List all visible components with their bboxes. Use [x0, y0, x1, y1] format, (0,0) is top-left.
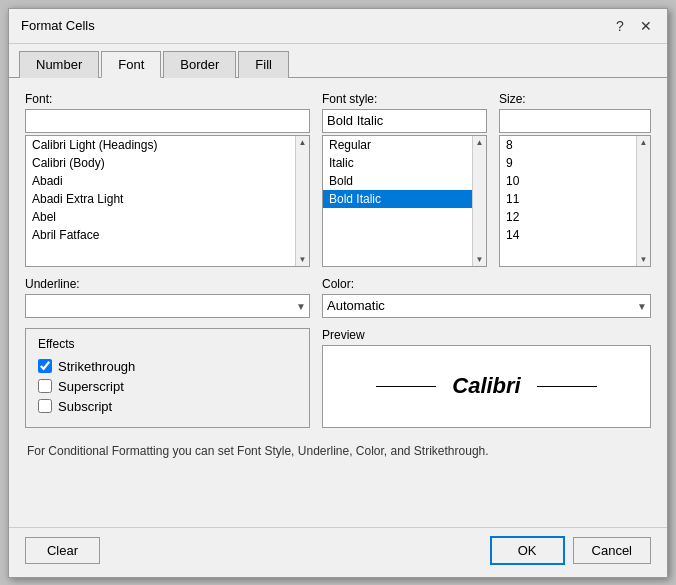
strikethrough-row: Strikethrough — [38, 359, 297, 374]
preview-label: Preview — [322, 328, 651, 342]
format-cells-dialog: Format Cells ? ✕ Number Font Border Fill… — [8, 8, 668, 578]
style-list-scrollbar[interactable]: ▲ ▼ — [472, 136, 486, 266]
footer-right: OK Cancel — [490, 536, 651, 565]
title-icons: ? ✕ — [611, 17, 655, 35]
tab-border[interactable]: Border — [163, 51, 236, 78]
size-label: Size: — [499, 92, 651, 106]
font-list-scrollbar[interactable]: ▲ ▼ — [295, 136, 309, 266]
preview-line-left — [376, 386, 436, 387]
subscript-row: Subscript — [38, 399, 297, 414]
font-list-container: Calibri Light (Headings) Calibri (Body) … — [25, 135, 310, 267]
list-item-selected[interactable]: Bold Italic — [323, 190, 472, 208]
cancel-button[interactable]: Cancel — [573, 537, 651, 564]
help-button[interactable]: ? — [611, 17, 629, 35]
strikethrough-label: Strikethrough — [58, 359, 135, 374]
preview-line-right — [537, 386, 597, 387]
font-label: Font: — [25, 92, 310, 106]
underline-select[interactable]: Single Double — [25, 294, 310, 318]
mid-row: Underline: Single Double ▼ Color: Automa… — [25, 277, 651, 318]
underline-label: Underline: — [25, 277, 310, 291]
scroll-down-icon[interactable]: ▼ — [299, 255, 307, 264]
strikethrough-checkbox[interactable] — [38, 359, 52, 373]
scroll-up-icon[interactable]: ▲ — [640, 138, 648, 147]
list-item[interactable]: 12 — [500, 208, 636, 226]
dialog-title: Format Cells — [21, 18, 95, 33]
tab-fill[interactable]: Fill — [238, 51, 289, 78]
effects-preview-row: Effects Strikethrough Superscript Subscr… — [25, 328, 651, 428]
list-item[interactable]: 8 — [500, 136, 636, 154]
list-item[interactable]: Abadi — [26, 172, 295, 190]
subscript-checkbox[interactable] — [38, 399, 52, 413]
dialog-footer: Clear OK Cancel — [9, 527, 667, 577]
list-item[interactable]: 10 — [500, 172, 636, 190]
font-list: Calibri Light (Headings) Calibri (Body) … — [26, 136, 295, 266]
info-text: For Conditional Formatting you can set F… — [25, 442, 651, 460]
preview-box: Calibri — [322, 345, 651, 428]
size-list-container: 8 9 10 11 12 14 ▲ ▼ — [499, 135, 651, 267]
list-item[interactable]: Bold — [323, 172, 472, 190]
preview-content: Calibri — [323, 373, 650, 399]
preview-container: Preview Calibri — [322, 328, 651, 428]
list-item[interactable]: Abril Fatface — [26, 226, 295, 244]
size-list-scrollbar[interactable]: ▲ ▼ — [636, 136, 650, 266]
tab-number[interactable]: Number — [19, 51, 99, 78]
list-item[interactable]: Abadi Extra Light — [26, 190, 295, 208]
color-select-wrapper: Automatic Black Red ▼ — [322, 294, 651, 318]
list-item[interactable]: 14 — [500, 226, 636, 244]
scroll-down-icon[interactable]: ▼ — [476, 255, 484, 264]
font-input[interactable] — [25, 109, 310, 133]
size-list: 8 9 10 11 12 14 — [500, 136, 636, 266]
superscript-row: Superscript — [38, 379, 297, 394]
list-item[interactable]: 11 — [500, 190, 636, 208]
scroll-up-icon[interactable]: ▲ — [299, 138, 307, 147]
underline-select-wrapper: Single Double ▼ — [25, 294, 310, 318]
color-label: Color: — [322, 277, 651, 291]
list-item[interactable]: Calibri (Body) — [26, 154, 295, 172]
size-input[interactable] — [499, 109, 651, 133]
font-style-input[interactable] — [322, 109, 487, 133]
close-button[interactable]: ✕ — [637, 17, 655, 35]
list-item[interactable]: 9 — [500, 154, 636, 172]
dialog-content: Font: Calibri Light (Headings) Calibri (… — [9, 78, 667, 527]
superscript-label: Superscript — [58, 379, 124, 394]
color-column: Color: Automatic Black Red ▼ — [322, 277, 651, 318]
color-select[interactable]: Automatic Black Red — [322, 294, 651, 318]
footer-left: Clear — [25, 537, 100, 564]
font-style-column: Font style: Regular Italic Bold Bold Ita… — [322, 92, 487, 267]
ok-button[interactable]: OK — [490, 536, 565, 565]
preview-text: Calibri — [452, 373, 520, 399]
scroll-up-icon[interactable]: ▲ — [476, 138, 484, 147]
underline-column: Underline: Single Double ▼ — [25, 277, 310, 318]
title-bar: Format Cells ? ✕ — [9, 9, 667, 44]
effects-title: Effects — [38, 337, 297, 351]
font-style-label: Font style: — [322, 92, 487, 106]
list-item[interactable]: Regular — [323, 136, 472, 154]
list-item[interactable]: Abel — [26, 208, 295, 226]
font-style-list: Regular Italic Bold Bold Italic — [323, 136, 472, 266]
subscript-label: Subscript — [58, 399, 112, 414]
tab-bar: Number Font Border Fill — [9, 44, 667, 78]
top-row: Font: Calibri Light (Headings) Calibri (… — [25, 92, 651, 267]
tab-font[interactable]: Font — [101, 51, 161, 78]
size-column: Size: 8 9 10 11 12 14 ▲ ▼ — [499, 92, 651, 267]
font-style-list-container: Regular Italic Bold Bold Italic ▲ ▼ — [322, 135, 487, 267]
clear-button[interactable]: Clear — [25, 537, 100, 564]
scroll-down-icon[interactable]: ▼ — [640, 255, 648, 264]
superscript-checkbox[interactable] — [38, 379, 52, 393]
list-item[interactable]: Italic — [323, 154, 472, 172]
effects-box: Effects Strikethrough Superscript Subscr… — [25, 328, 310, 428]
font-column: Font: Calibri Light (Headings) Calibri (… — [25, 92, 310, 267]
list-item[interactable]: Calibri Light (Headings) — [26, 136, 295, 154]
